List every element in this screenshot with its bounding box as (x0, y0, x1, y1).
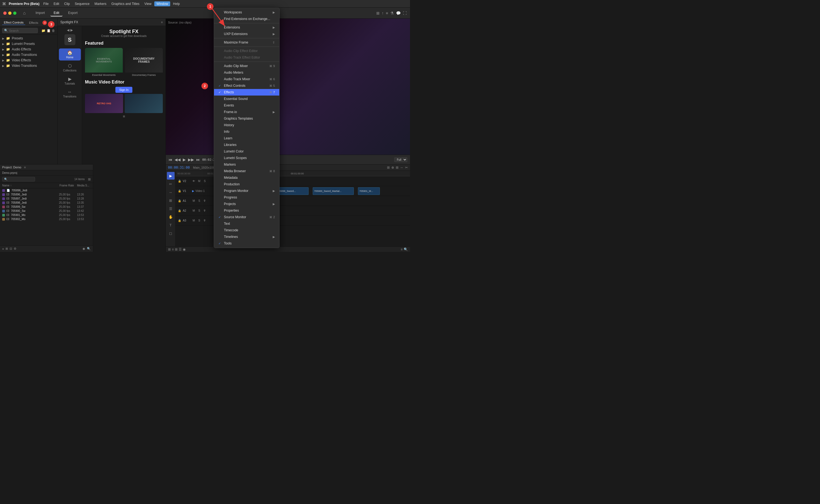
spotlight-nav-transitions[interactable]: ↔ Transitions (59, 88, 81, 100)
new-preset-icon[interactable]: 📋 (47, 29, 51, 33)
new-folder-icon[interactable]: 📁 (41, 29, 45, 33)
expand-icon[interactable]: ⛶ (403, 11, 407, 15)
project-grid-view[interactable]: ⊞ (5, 247, 8, 250)
maximize-button[interactable] (13, 11, 16, 15)
spotlight-menu-icon[interactable]: ≡ (161, 21, 163, 24)
menu-production[interactable]: Production (214, 181, 279, 188)
project-menu-icon[interactable]: ≡ (24, 166, 26, 169)
project-file-1[interactable]: 🎞 705896_Jedi 25,00 fps 13:26 (0, 192, 93, 197)
menu-tools[interactable]: ✓ Tools (214, 240, 279, 247)
card-essential-movements[interactable]: ESSENTIALMOVEMENTS Essential Movements (85, 48, 123, 76)
menu-help[interactable]: Help (171, 1, 182, 6)
track-lock-a1[interactable]: 🔒 (177, 199, 182, 202)
menu-text[interactable]: Text (214, 220, 279, 227)
home-icon[interactable]: ⌂ (23, 11, 26, 16)
speech-icon[interactable]: 💬 (396, 11, 401, 15)
menu-view[interactable]: View (142, 1, 154, 6)
tool-ripple[interactable]: ↔ (167, 188, 174, 196)
project-list-view[interactable]: ≡ (2, 247, 4, 250)
menu-program-monitor[interactable]: Program Monitor ▶ (214, 188, 279, 194)
menu-file[interactable]: File (41, 1, 51, 6)
project-file-2[interactable]: 🎞 705897_Jedi 25,00 fps 13:28 (0, 197, 93, 201)
new-bin-icon[interactable]: 🗑 (52, 29, 55, 33)
effects-audio-transitions[interactable]: ▶ 📁 Audio Transitions (0, 52, 57, 57)
menu-graphics[interactable]: Graphics and Titles (109, 1, 142, 6)
menu-libraries[interactable]: Libraries (214, 142, 279, 148)
project-icon-view[interactable]: ⊡ (10, 247, 12, 250)
project-file-7[interactable]: 🎞 705902_Mo 25,00 fps 13:53 (0, 217, 93, 221)
close-button[interactable] (3, 11, 7, 15)
music-card-2[interactable] (125, 94, 163, 113)
tab-effect-controls[interactable]: Effect Controls (2, 20, 25, 25)
clip-m-1[interactable]: 705901_M... (358, 187, 380, 195)
menu-media-browser[interactable]: Media Browser ⌘8 (214, 168, 279, 174)
tb-icon-1[interactable]: ⊞ (168, 247, 171, 251)
track-mic-a2[interactable]: 🎙 (202, 209, 207, 212)
clip-sword-martial[interactable]: 705900_Sword_Martial... (313, 187, 354, 195)
menu-clip[interactable]: Clip (62, 1, 72, 6)
menu-projects[interactable]: Projects ▶ (214, 201, 279, 207)
menu-timecode[interactable]: Timecode (214, 227, 279, 234)
project-search-box[interactable]: 🔍 (2, 177, 35, 182)
menu-learn[interactable]: Learn (214, 135, 279, 142)
timeline-tool-2[interactable]: ⊕ (391, 166, 394, 169)
tb-icon-3[interactable]: ⊞ (175, 247, 177, 251)
minimize-button[interactable] (8, 11, 12, 15)
track-sync-v2[interactable]: S (202, 180, 207, 183)
menu-find-extensions[interactable]: Find Extensions on Exchange... (214, 16, 279, 22)
menu-audio-meters[interactable]: Audio Meters (214, 69, 279, 76)
project-sort[interactable]: ◉ (82, 247, 85, 250)
track-solo-a1[interactable]: S (197, 199, 201, 202)
tool-pan[interactable]: ✋ (167, 213, 174, 221)
project-file-3[interactable]: 🎞 705898_Jedi 25,00 fps 13:35 (0, 201, 93, 205)
track-lock-a3[interactable]: 🔒 (177, 219, 182, 222)
resolution-select[interactable]: Full 1/2 1/4 (394, 157, 407, 162)
signin-button[interactable]: Sign In (115, 87, 132, 93)
effects-video-transitions[interactable]: ▶ 📁 Video Transitions (0, 63, 57, 68)
project-view-icon[interactable]: ⊞ (88, 177, 91, 181)
track-eye-v2[interactable]: 👁 (191, 180, 196, 183)
track-lock-a2[interactable]: 🔒 (177, 209, 182, 212)
track-mic-a1[interactable]: 🎙 (202, 199, 207, 202)
track-mute-v2[interactable]: M (197, 180, 201, 183)
next-arrow[interactable]: ▶ (70, 28, 73, 32)
play-btn[interactable]: ▶ (183, 157, 186, 162)
card-documentary-frames[interactable]: DOCUMENTARYFRAMES Documentary Frames (125, 48, 163, 76)
timeline-tool-1[interactable]: ⊞ (387, 166, 390, 169)
step-fwd-btn[interactable]: ▶▶ (188, 157, 194, 162)
export-button[interactable]: Export (65, 10, 81, 16)
track-mic-a3[interactable]: 🎙 (202, 219, 207, 222)
menu-maximize-frame[interactable]: Maximize Frame ⇧ (214, 39, 279, 46)
track-mute-a2[interactable]: M (191, 209, 196, 212)
project-filter[interactable]: ⚙ (14, 247, 16, 250)
edit-button[interactable]: Edit (50, 10, 63, 16)
menu-progress[interactable]: Progress (214, 194, 279, 201)
track-lock-v2[interactable]: 🔒 (177, 180, 182, 183)
next-frame-btn[interactable]: ⏭ (196, 157, 200, 162)
effects-search-box[interactable]: 🔍 Search (2, 28, 38, 33)
spotlight-nav-collections[interactable]: ⬡ Collections (59, 62, 81, 74)
prev-frame-btn[interactable]: ⏮ (168, 157, 172, 162)
menu-source-monitor[interactable]: ✓ Source Monitor ⌘2 (214, 214, 279, 220)
music-card-retro[interactable]: RETRO VHS (85, 94, 123, 113)
list-icon[interactable]: ≡ (386, 11, 388, 15)
hamburger-icon[interactable]: ≡ (123, 114, 125, 119)
menu-sequence[interactable]: Sequence (73, 1, 92, 6)
tool-shape[interactable]: ◻ (167, 229, 174, 237)
effects-presets[interactable]: ▶ 📁 Presets (0, 36, 57, 41)
tb-icon-2[interactable]: ≡ (172, 247, 174, 251)
track-mute-a3[interactable]: M (191, 219, 196, 222)
track-mute-a1[interactable]: M (191, 199, 196, 202)
tb-icon-6[interactable]: ≡ (401, 247, 403, 251)
menu-graphics-templates[interactable]: Graphics Templates (214, 115, 279, 122)
menu-audio-track-mixer[interactable]: Audio Track Mixer ⌘6 (214, 76, 279, 82)
menu-events[interactable]: Events (214, 102, 279, 109)
menu-audio-clip-mixer[interactable]: Audio Clip Mixer ⌘9 (214, 63, 279, 69)
timeline-tool-3[interactable]: ⊞ (396, 166, 398, 169)
share-icon[interactable]: ↑ (382, 11, 384, 15)
timeline-tool-5[interactable]: ✂ (405, 166, 408, 169)
menu-edit[interactable]: Edit (51, 1, 61, 6)
menu-essential-sound[interactable]: Essential Sound (214, 96, 279, 102)
tool-slip[interactable]: ☰ (167, 205, 174, 212)
spotlight-brand-subtitle[interactable]: Create account to get free downloads (85, 34, 163, 38)
